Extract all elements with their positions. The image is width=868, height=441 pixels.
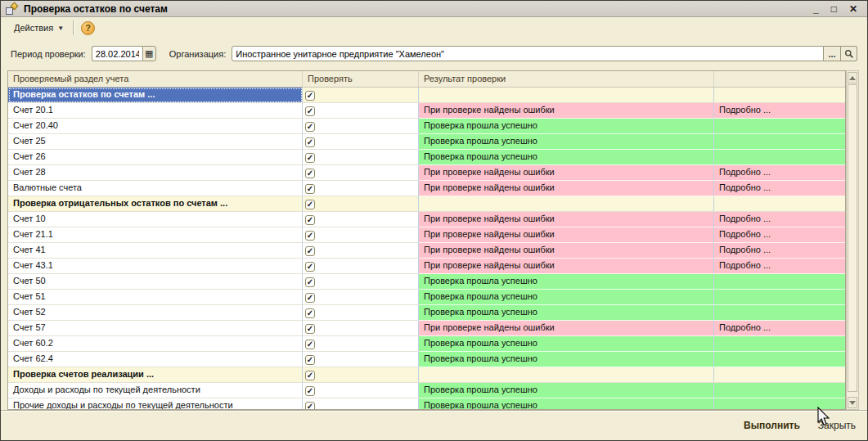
scroll-down-button[interactable]	[848, 397, 857, 408]
period-label: Период проверки:	[11, 49, 86, 59]
section-cell[interactable]: Счет 43.1	[8, 259, 303, 274]
row-checkbox[interactable]: ✓	[305, 355, 315, 365]
row-checkbox[interactable]: ✓	[305, 153, 315, 163]
detail-cell[interactable]: Подробно ...	[714, 321, 845, 336]
row-checkbox[interactable]: ✓	[305, 122, 315, 132]
actions-menu-button[interactable]: Действия ▼	[7, 20, 70, 35]
section-cell[interactable]: Счет 28	[8, 165, 303, 181]
table-row[interactable]: Счет 43.1✓При проверке найдены ошибкиПод…	[8, 259, 845, 274]
table-row[interactable]: Счет 20.40✓Проверка прошла успешно	[8, 119, 845, 134]
table-row[interactable]: Доходы и расходы по текущей деятельности…	[8, 383, 845, 398]
result-cell: Проверка прошла успешно	[419, 119, 714, 134]
detail-cell[interactable]: Подробно ...	[714, 165, 845, 181]
section-cell[interactable]: Проверка отрицательных остатков по счета…	[8, 196, 303, 212]
row-checkbox[interactable]: ✓	[305, 137, 315, 147]
table-row[interactable]: Счет 20.1✓При проверке найдены ошибкиПод…	[8, 103, 845, 119]
table-row[interactable]: Счет 57✓При проверке найдены ошибкиПодро…	[8, 321, 845, 336]
row-checkbox[interactable]: ✓	[305, 169, 315, 178]
titlebar: Проверка остатков по счетам _ □ ✕	[1, 1, 867, 17]
table-row[interactable]: Счет 21.1✓При проверке найдены ошибкиПод…	[8, 227, 845, 243]
row-checkbox[interactable]: ✓	[305, 324, 315, 334]
row-checkbox[interactable]: ✓	[305, 184, 315, 194]
org-search-button[interactable]	[841, 46, 857, 61]
table-row[interactable]: Счет 28✓При проверке найдены ошибкиПодро…	[8, 165, 845, 181]
section-cell[interactable]: Счет 41	[8, 243, 303, 259]
table-row[interactable]: Счет 60.2✓Проверка прошла успешно	[8, 336, 845, 352]
execute-button[interactable]: Выполнить	[744, 420, 800, 431]
section-cell[interactable]: Счет 62.4	[8, 352, 303, 367]
row-checkbox[interactable]: ✓	[305, 308, 315, 318]
section-cell[interactable]: Счет 25	[8, 134, 303, 150]
check-cell: ✓	[303, 181, 419, 196]
scrollbar-thumb[interactable]	[848, 84, 857, 392]
section-cell[interactable]: Доходы и расходы по текущей деятельности	[8, 383, 303, 398]
row-checkbox[interactable]: ✓	[305, 200, 315, 209]
column-header-section[interactable]: Проверяемый раздел учета	[8, 71, 303, 87]
section-cell[interactable]: Проверка счетов реализации ...	[8, 367, 303, 383]
minimize-button[interactable]: _	[813, 3, 819, 15]
check-cell: ✓	[303, 321, 419, 336]
table-row[interactable]: Проверка счетов реализации ...✓	[8, 367, 845, 383]
section-cell[interactable]: Проверка остатков по счетам ...	[8, 88, 303, 103]
vertical-scrollbar[interactable]	[846, 70, 859, 410]
calendar-icon: ▦	[145, 48, 153, 59]
row-checkbox[interactable]: ✓	[305, 293, 315, 303]
detail-cell[interactable]: Подробно ...	[714, 259, 845, 274]
org-select-button[interactable]: ...	[824, 46, 841, 61]
section-cell[interactable]: Счет 52	[8, 305, 303, 321]
section-cell[interactable]: Прочие доходы и расходы по текущей деяте…	[8, 398, 303, 410]
table-row[interactable]: Счет 52✓Проверка прошла успешно	[8, 305, 845, 321]
maximize-button[interactable]: □	[831, 3, 837, 15]
column-header-check[interactable]: Проверять	[303, 71, 419, 87]
column-header-result[interactable]: Результат проверки	[419, 71, 714, 87]
row-checkbox[interactable]: ✓	[305, 262, 315, 272]
table-row[interactable]: Валютные счета✓При проверке найдены ошиб…	[8, 181, 845, 196]
table-row[interactable]: Проверка остатков по счетам ...✓	[8, 88, 845, 103]
row-checkbox[interactable]: ✓	[305, 106, 315, 116]
row-checkbox[interactable]: ✓	[305, 246, 315, 256]
close-form-button[interactable]: Закрыть	[818, 420, 856, 431]
table-row[interactable]: Счет 25✓Проверка прошла успешно	[8, 134, 845, 150]
detail-cell[interactable]: Подробно ...	[714, 181, 845, 196]
row-checkbox[interactable]: ✓	[305, 340, 315, 349]
detail-cell[interactable]: Подробно ...	[714, 243, 845, 259]
scroll-up-button[interactable]	[848, 72, 857, 83]
column-header-extra[interactable]	[714, 71, 845, 87]
row-checkbox[interactable]: ✓	[305, 231, 315, 241]
close-icon[interactable]: ✕	[849, 3, 857, 15]
row-checkbox[interactable]: ✓	[305, 402, 315, 410]
section-cell[interactable]: Счет 50	[8, 274, 303, 290]
check-cell: ✓	[303, 274, 419, 290]
section-cell[interactable]: Счет 26	[8, 150, 303, 165]
section-cell[interactable]: Счет 21.1	[8, 227, 303, 243]
row-checkbox[interactable]: ✓	[305, 371, 315, 380]
help-button[interactable]: ?	[81, 21, 95, 35]
section-cell[interactable]: Валютные счета	[8, 181, 303, 196]
row-checkbox[interactable]: ✓	[305, 91, 315, 101]
table-grid: Проверяемый раздел учета Проверять Резул…	[7, 70, 846, 410]
row-checkbox[interactable]: ✓	[305, 386, 315, 396]
table-row[interactable]: Счет 41✓При проверке найдены ошибкиПодро…	[8, 243, 845, 259]
detail-cell[interactable]: Подробно ...	[714, 103, 845, 119]
section-cell[interactable]: Счет 20.40	[8, 119, 303, 134]
app-window: Проверка остатков по счетам _ □ ✕ Действ…	[0, 0, 868, 441]
table-row[interactable]: Счет 10✓При проверке найдены ошибкиПодро…	[8, 212, 845, 227]
period-input[interactable]	[92, 46, 142, 61]
detail-cell[interactable]: Подробно ...	[714, 227, 845, 243]
table-row[interactable]: Прочие доходы и расходы по текущей деяте…	[8, 398, 845, 410]
section-cell[interactable]: Счет 20.1	[8, 103, 303, 119]
table-row[interactable]: Счет 62.4✓Проверка прошла успешно	[8, 352, 845, 367]
section-cell[interactable]: Счет 57	[8, 321, 303, 336]
table-row[interactable]: Счет 50✓Проверка прошла успешно	[8, 274, 845, 290]
table-row[interactable]: Счет 26✓Проверка прошла успешно	[8, 150, 845, 165]
detail-cell[interactable]: Подробно ...	[714, 212, 845, 227]
section-cell[interactable]: Счет 10	[8, 212, 303, 227]
organization-input[interactable]	[232, 46, 824, 61]
row-checkbox[interactable]: ✓	[305, 215, 315, 225]
row-checkbox[interactable]: ✓	[305, 277, 315, 287]
section-cell[interactable]: Счет 60.2	[8, 336, 303, 352]
table-row[interactable]: Проверка отрицательных остатков по счета…	[8, 196, 845, 212]
calendar-button[interactable]: ▦	[142, 46, 156, 61]
table-row[interactable]: Счет 51✓Проверка прошла успешно	[8, 290, 845, 305]
section-cell[interactable]: Счет 51	[8, 290, 303, 305]
